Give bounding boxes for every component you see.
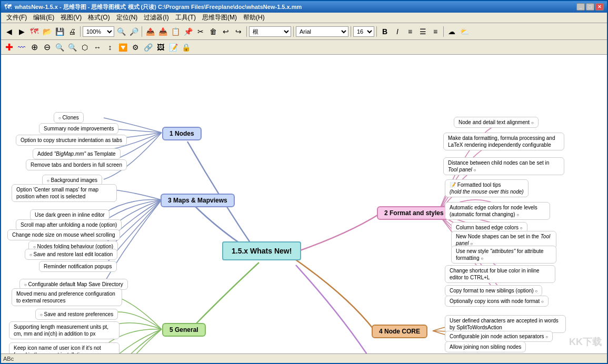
sep2 bbox=[142, 26, 142, 37]
menu-help[interactable]: 帮助(H) bbox=[240, 13, 268, 23]
zoom-in-button[interactable]: 🔎 bbox=[128, 26, 139, 37]
node-toggle-button[interactable]: ⬡ bbox=[79, 42, 91, 53]
zoom-out2-button[interactable]: ⊖ bbox=[41, 42, 53, 53]
window-controls: _ □ ✕ bbox=[576, 3, 604, 11]
sep4 bbox=[293, 26, 294, 37]
main-area: 1.5.x Whats New! 1 Nodes 2 Format and st… bbox=[1, 55, 607, 353]
remove-button[interactable]: 〰 bbox=[16, 42, 27, 53]
node-indentation[interactable]: Option to copy structure indentation as … bbox=[16, 135, 127, 146]
nav-forward-button[interactable]: ▶ bbox=[16, 26, 27, 37]
zoom-out-button[interactable]: 🔍 bbox=[115, 26, 127, 37]
note-button[interactable]: 📝 bbox=[167, 42, 179, 53]
branch-format[interactable]: 2 Format and styles bbox=[377, 206, 451, 220]
filter-button[interactable]: 🔽 bbox=[117, 42, 128, 53]
undo-button[interactable]: ↩ bbox=[220, 26, 232, 37]
delete-button[interactable]: 🗑 bbox=[207, 26, 219, 37]
align-center-button[interactable]: ☰ bbox=[417, 26, 428, 37]
node-reminder[interactable]: Reminder notification popups bbox=[39, 261, 117, 272]
menu-view[interactable]: 视图(V) bbox=[57, 13, 85, 23]
import-button[interactable]: 📥 bbox=[157, 26, 168, 37]
node-copy-icons[interactable]: Optionally copy icons with node format ○ bbox=[445, 296, 549, 307]
root-node-label: 1.5.x Whats New! bbox=[222, 241, 301, 260]
node-center-maps[interactable]: Option 'Center small maps' for map posit… bbox=[12, 184, 117, 202]
root-node[interactable]: 1.5.x Whats New! bbox=[222, 241, 301, 260]
maximize-button[interactable]: □ bbox=[586, 3, 594, 11]
cloud-button[interactable]: ☁ bbox=[446, 26, 457, 37]
sep5 bbox=[351, 26, 351, 37]
menu-file[interactable]: 文件(F) bbox=[3, 13, 30, 23]
minimize-button[interactable]: _ bbox=[576, 3, 585, 11]
sep1 bbox=[80, 26, 81, 37]
collapse-button[interactable]: ↕ bbox=[104, 42, 116, 53]
node-distance-tool[interactable]: Distance between child nodes can be set … bbox=[443, 157, 564, 175]
node-join-non-sibling[interactable]: Allow joining non sibling nodes bbox=[445, 341, 526, 352]
node-scroll-map[interactable]: Scroll map after unfolding a node (optio… bbox=[16, 219, 122, 230]
node-text-align[interactable]: Node and detail text alignment ○ bbox=[454, 117, 539, 128]
icon-button[interactable]: 🖼 bbox=[155, 42, 166, 53]
properties-button[interactable]: ⚙ bbox=[129, 42, 141, 53]
menu-tools[interactable]: 工具(T) bbox=[172, 13, 199, 23]
open-button[interactable]: 📂 bbox=[41, 26, 53, 37]
align-right-button[interactable]: ≡ bbox=[430, 26, 441, 37]
print-button[interactable]: 🖨 bbox=[66, 26, 78, 37]
menu-edit[interactable]: 编辑(E) bbox=[30, 13, 57, 23]
menu-format[interactable]: 格式(O) bbox=[85, 13, 113, 23]
node-splitwords[interactable]: User defined characters are accepted in … bbox=[445, 315, 566, 333]
menu-filter[interactable]: 过滤器(I) bbox=[141, 13, 172, 23]
branch-nodes[interactable]: 1 Nodes bbox=[162, 127, 202, 140]
sep3 bbox=[246, 26, 247, 37]
node-clones[interactable]: ○ Clones bbox=[54, 112, 84, 123]
node-bigmap[interactable]: Added "BigMap.mm" as Template bbox=[33, 148, 121, 159]
branch-maps[interactable]: 3 Maps & Mapviews bbox=[161, 194, 235, 207]
node-auto-edge[interactable]: Automatic edge colors for node levels (a… bbox=[445, 202, 550, 220]
cut-button[interactable]: ✂ bbox=[195, 26, 206, 37]
bold-button[interactable]: B bbox=[379, 26, 391, 37]
node-moved-menu[interactable]: Moved menu and preference configuration … bbox=[12, 288, 122, 306]
node-dark-green[interactable]: Use dark green in inline editor bbox=[30, 209, 109, 220]
lock-button[interactable]: 🔒 bbox=[180, 42, 192, 53]
branch-nodes-label: 1 Nodes bbox=[162, 127, 202, 140]
italic-button[interactable]: I bbox=[392, 26, 403, 37]
node-join-separators[interactable]: Configurable join node action separators… bbox=[445, 331, 553, 342]
node-remove-tabs[interactable]: Remove tabs and borders in full screen bbox=[26, 159, 127, 170]
abc-indicator: ABc bbox=[3, 356, 14, 362]
add-child-button[interactable]: ✚ bbox=[3, 42, 15, 53]
menu-mindmap[interactable]: 思维导图(M) bbox=[199, 13, 240, 23]
zoom-select[interactable]: 100% bbox=[83, 26, 114, 37]
node-length-units[interactable]: Supporting length measurement units pt, … bbox=[9, 321, 119, 339]
align-left-button[interactable]: ≡ bbox=[404, 26, 416, 37]
root-select[interactable]: 根 bbox=[249, 26, 291, 37]
node-attributes[interactable]: Use new style "attributes" for attribute… bbox=[451, 246, 556, 264]
save-button[interactable]: 💾 bbox=[54, 26, 65, 37]
main-window: 🗺 whatsNew-1.5.x - 思维导图 - 思维导图模式 模式 (只读)… bbox=[0, 0, 608, 364]
fontsize-select[interactable]: 16 bbox=[353, 26, 374, 37]
new-button[interactable]: 🗺 bbox=[28, 26, 40, 37]
node-shortcut[interactable]: Change shortcut for blue color in inline… bbox=[445, 265, 555, 283]
font-select[interactable]: Arial bbox=[296, 26, 348, 37]
copy-button[interactable]: 📋 bbox=[170, 26, 181, 37]
link-button[interactable]: 🔗 bbox=[142, 42, 154, 53]
expand-button[interactable]: ↔ bbox=[92, 42, 103, 53]
search-back-button[interactable]: 🔍 bbox=[66, 42, 78, 53]
redo-button[interactable]: ↪ bbox=[233, 26, 244, 37]
branch-general[interactable]: 5 General bbox=[162, 323, 206, 337]
search-button[interactable]: 🔍 bbox=[54, 42, 65, 53]
branch-nodecore-label: 4 Node CORE bbox=[372, 325, 427, 338]
node-save-restore[interactable]: ○ Save and restore last edit location bbox=[25, 249, 117, 260]
node-change-node-size[interactable]: Change node size on mouse wheel scrollin… bbox=[7, 229, 120, 240]
menu-nav[interactable]: 定位(N) bbox=[113, 13, 141, 23]
close-button[interactable]: ✕ bbox=[595, 3, 604, 11]
node-copy-format[interactable]: Copy format to new siblings (option) ○ bbox=[445, 285, 542, 296]
nav-back-button[interactable]: ◀ bbox=[3, 26, 15, 37]
branch-nodecore[interactable]: 4 Node CORE bbox=[372, 325, 427, 338]
node-summary[interactable]: Summary node improvements bbox=[39, 123, 118, 134]
zoom-fit-button[interactable]: ⊕ bbox=[28, 42, 40, 53]
node-tooltips[interactable]: 📝 Formatted tool tips(hold the mouse ove… bbox=[445, 179, 529, 197]
paste-button[interactable]: 📌 bbox=[182, 26, 194, 37]
cloud2-button[interactable]: ⛅ bbox=[459, 26, 470, 37]
node-keep-icon[interactable]: Keep icon name of user icon if it's not … bbox=[9, 342, 119, 353]
sep7 bbox=[443, 26, 444, 37]
node-data-format[interactable]: Make data formatting, formula processing… bbox=[443, 133, 564, 150]
export-button[interactable]: 📤 bbox=[144, 26, 156, 37]
node-save-prefs[interactable]: ○ Save and restore preferences bbox=[35, 309, 118, 320]
